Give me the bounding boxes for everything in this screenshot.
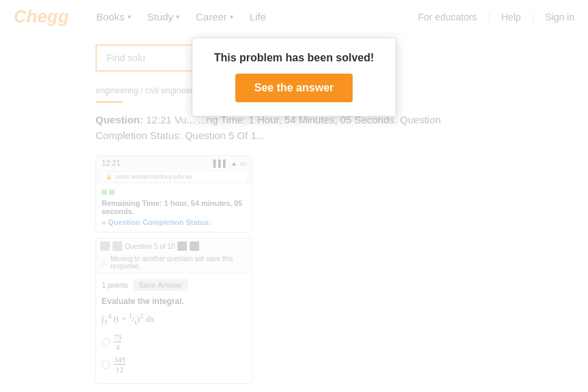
popup-title: This problem has been solved! bbox=[213, 52, 375, 64]
solved-popup: This problem has been solved! See the an… bbox=[192, 37, 396, 117]
see-answer-button[interactable]: See the answer bbox=[235, 74, 353, 102]
